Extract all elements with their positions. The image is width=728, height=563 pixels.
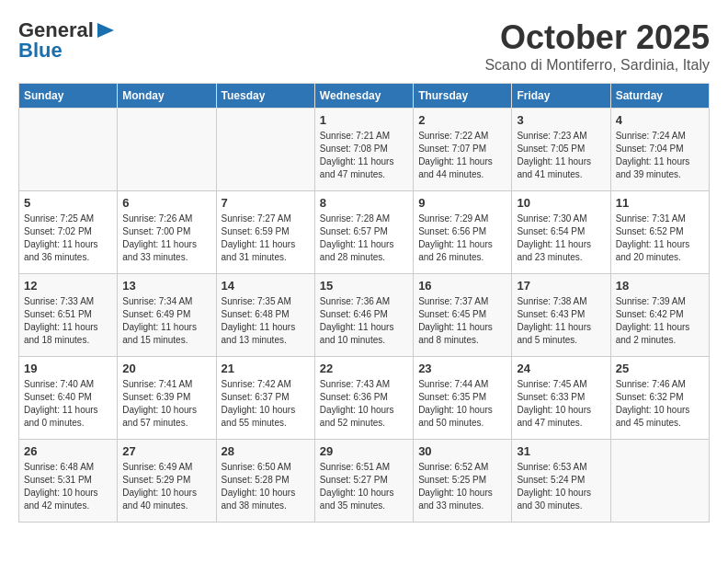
day-number: 9 [418, 196, 506, 210]
calendar-cell: 20Sunrise: 7:41 AM Sunset: 6:39 PM Dayli… [118, 357, 216, 440]
calendar-cell: 9Sunrise: 7:29 AM Sunset: 6:56 PM Daylig… [414, 191, 512, 274]
calendar-cell: 28Sunrise: 6:50 AM Sunset: 5:28 PM Dayli… [216, 440, 314, 523]
day-number: 25 [616, 362, 704, 375]
calendar-cell [610, 440, 709, 523]
calendar-cell [216, 109, 314, 191]
day-number: 30 [418, 444, 506, 458]
calendar-cell: 7Sunrise: 7:27 AM Sunset: 6:59 PM Daylig… [216, 191, 314, 274]
day-info: Sunrise: 7:46 AM Sunset: 6:32 PM Dayligh… [616, 378, 704, 430]
day-info: Sunrise: 6:49 AM Sunset: 5:29 PM Dayligh… [122, 461, 210, 512]
day-number: 17 [517, 279, 605, 293]
calendar-cell: 30Sunrise: 6:52 AM Sunset: 5:25 PM Dayli… [414, 440, 512, 523]
day-number: 19 [24, 362, 112, 375]
day-number: 22 [320, 362, 408, 375]
calendar-cell: 19Sunrise: 7:40 AM Sunset: 6:40 PM Dayli… [19, 357, 118, 440]
col-friday: Friday [512, 84, 610, 109]
calendar-week-5: 26Sunrise: 6:48 AM Sunset: 5:31 PM Dayli… [19, 440, 710, 523]
calendar-cell: 21Sunrise: 7:42 AM Sunset: 6:37 PM Dayli… [216, 357, 314, 440]
day-info: Sunrise: 7:29 AM Sunset: 6:56 PM Dayligh… [418, 213, 506, 264]
calendar-cell: 1Sunrise: 7:21 AM Sunset: 7:08 PM Daylig… [314, 109, 413, 191]
col-thursday: Thursday [414, 84, 512, 109]
day-number: 23 [418, 362, 506, 375]
day-info: Sunrise: 7:31 AM Sunset: 6:52 PM Dayligh… [616, 213, 704, 264]
location: Scano di Montiferro, Sardinia, Italy [484, 57, 710, 74]
calendar-cell: 12Sunrise: 7:33 AM Sunset: 6:51 PM Dayli… [19, 274, 118, 357]
day-number: 24 [517, 362, 605, 375]
month-title: October 2025 [484, 18, 710, 57]
day-number: 12 [24, 279, 112, 293]
day-info: Sunrise: 7:39 AM Sunset: 6:42 PM Dayligh… [616, 295, 704, 347]
day-number: 3 [517, 113, 605, 127]
day-info: Sunrise: 7:30 AM Sunset: 6:54 PM Dayligh… [517, 213, 605, 264]
calendar-week-1: 1Sunrise: 7:21 AM Sunset: 7:08 PM Daylig… [19, 109, 710, 191]
day-info: Sunrise: 7:27 AM Sunset: 6:59 PM Dayligh… [222, 213, 310, 264]
calendar-cell: 3Sunrise: 7:23 AM Sunset: 7:05 PM Daylig… [512, 109, 610, 191]
day-info: Sunrise: 6:52 AM Sunset: 5:25 PM Dayligh… [418, 461, 506, 512]
title-block: October 2025 Scano di Montiferro, Sardin… [484, 18, 710, 74]
col-saturday: Saturday [610, 84, 709, 109]
day-info: Sunrise: 7:36 AM Sunset: 6:46 PM Dayligh… [320, 295, 408, 347]
calendar-cell: 18Sunrise: 7:39 AM Sunset: 6:42 PM Dayli… [610, 274, 709, 357]
col-tuesday: Tuesday [216, 84, 314, 109]
day-info: Sunrise: 7:40 AM Sunset: 6:40 PM Dayligh… [24, 378, 112, 430]
calendar-cell: 25Sunrise: 7:46 AM Sunset: 6:32 PM Dayli… [610, 357, 709, 440]
day-info: Sunrise: 7:33 AM Sunset: 6:51 PM Dayligh… [24, 295, 112, 347]
calendar-week-3: 12Sunrise: 7:33 AM Sunset: 6:51 PM Dayli… [19, 274, 710, 357]
day-info: Sunrise: 7:26 AM Sunset: 7:00 PM Dayligh… [122, 213, 210, 264]
calendar-cell: 14Sunrise: 7:35 AM Sunset: 6:48 PM Dayli… [216, 274, 314, 357]
calendar-cell: 23Sunrise: 7:44 AM Sunset: 6:35 PM Dayli… [414, 357, 512, 440]
day-info: Sunrise: 7:42 AM Sunset: 6:37 PM Dayligh… [222, 378, 310, 430]
logo-general: General [18, 18, 94, 41]
day-info: Sunrise: 7:22 AM Sunset: 7:07 PM Dayligh… [418, 130, 506, 181]
header-row: Sunday Monday Tuesday Wednesday Thursday… [19, 84, 710, 109]
day-number: 11 [616, 196, 704, 210]
calendar-cell: 24Sunrise: 7:45 AM Sunset: 6:33 PM Dayli… [512, 357, 610, 440]
day-number: 14 [222, 279, 310, 293]
day-info: Sunrise: 7:41 AM Sunset: 6:39 PM Dayligh… [122, 378, 210, 430]
day-number: 6 [122, 196, 210, 210]
logo: General Blue [18, 18, 114, 63]
logo-arrow-icon [97, 23, 114, 38]
col-monday: Monday [118, 84, 216, 109]
calendar-cell: 15Sunrise: 7:36 AM Sunset: 6:46 PM Dayli… [314, 274, 413, 357]
day-number: 5 [24, 196, 112, 210]
day-number: 18 [616, 279, 704, 293]
day-number: 8 [320, 196, 408, 210]
calendar-cell: 29Sunrise: 6:51 AM Sunset: 5:27 PM Dayli… [314, 440, 413, 523]
day-info: Sunrise: 7:24 AM Sunset: 7:04 PM Dayligh… [616, 130, 704, 181]
svg-marker-0 [97, 23, 114, 38]
col-wednesday: Wednesday [314, 84, 413, 109]
day-info: Sunrise: 7:45 AM Sunset: 6:33 PM Dayligh… [517, 378, 605, 430]
day-number: 27 [122, 444, 210, 458]
calendar-cell [19, 109, 118, 191]
day-info: Sunrise: 7:43 AM Sunset: 6:36 PM Dayligh… [320, 378, 408, 430]
calendar-cell: 10Sunrise: 7:30 AM Sunset: 6:54 PM Dayli… [512, 191, 610, 274]
day-info: Sunrise: 7:28 AM Sunset: 6:57 PM Dayligh… [320, 213, 408, 264]
calendar-cell: 26Sunrise: 6:48 AM Sunset: 5:31 PM Dayli… [19, 440, 118, 523]
calendar-cell: 13Sunrise: 7:34 AM Sunset: 6:49 PM Dayli… [118, 274, 216, 357]
calendar-cell: 6Sunrise: 7:26 AM Sunset: 7:00 PM Daylig… [118, 191, 216, 274]
day-info: Sunrise: 7:34 AM Sunset: 6:49 PM Dayligh… [122, 295, 210, 347]
day-number: 16 [418, 279, 506, 293]
calendar-table: Sunday Monday Tuesday Wednesday Thursday… [18, 83, 710, 523]
day-number: 26 [24, 444, 112, 458]
day-number: 13 [122, 279, 210, 293]
day-number: 7 [222, 196, 310, 210]
calendar-week-2: 5Sunrise: 7:25 AM Sunset: 7:02 PM Daylig… [19, 191, 710, 274]
day-info: Sunrise: 7:44 AM Sunset: 6:35 PM Dayligh… [418, 378, 506, 430]
calendar-cell: 5Sunrise: 7:25 AM Sunset: 7:02 PM Daylig… [19, 191, 118, 274]
calendar-cell: 2Sunrise: 7:22 AM Sunset: 7:07 PM Daylig… [414, 109, 512, 191]
day-info: Sunrise: 7:23 AM Sunset: 7:05 PM Dayligh… [517, 130, 605, 181]
day-number: 10 [517, 196, 605, 210]
day-info: Sunrise: 7:35 AM Sunset: 6:48 PM Dayligh… [222, 295, 310, 347]
calendar-cell: 4Sunrise: 7:24 AM Sunset: 7:04 PM Daylig… [610, 109, 709, 191]
col-sunday: Sunday [19, 84, 118, 109]
calendar-cell: 22Sunrise: 7:43 AM Sunset: 6:36 PM Dayli… [314, 357, 413, 440]
day-info: Sunrise: 6:53 AM Sunset: 5:24 PM Dayligh… [517, 461, 605, 512]
day-info: Sunrise: 7:21 AM Sunset: 7:08 PM Dayligh… [320, 130, 408, 181]
calendar-cell: 27Sunrise: 6:49 AM Sunset: 5:29 PM Dayli… [118, 440, 216, 523]
day-number: 15 [320, 279, 408, 293]
calendar-cell: 17Sunrise: 7:38 AM Sunset: 6:43 PM Dayli… [512, 274, 610, 357]
day-number: 2 [418, 113, 506, 127]
calendar-cell: 8Sunrise: 7:28 AM Sunset: 6:57 PM Daylig… [314, 191, 413, 274]
